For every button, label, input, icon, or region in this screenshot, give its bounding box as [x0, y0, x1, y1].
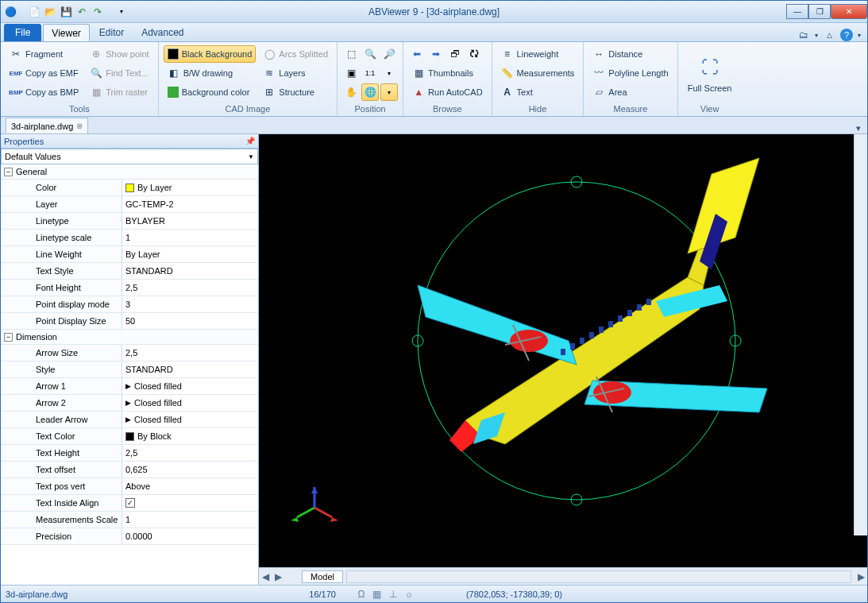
polyline-button[interactable]: 〰Polyline Length — [588, 64, 672, 82]
next-button[interactable]: ➡ — [427, 45, 445, 63]
maximize-button[interactable]: ❐ — [808, 4, 831, 19]
browse1-button[interactable]: 🗗 — [446, 45, 464, 63]
property-value[interactable]: STANDARD — [122, 263, 258, 279]
property-value[interactable]: 2,5 — [122, 345, 258, 361]
undo-icon[interactable]: ↶ — [75, 6, 88, 18]
help-button[interactable]: ? — [840, 29, 853, 41]
copy-bmp-button[interactable]: BMPCopy as BMP — [6, 83, 83, 101]
property-value[interactable]: By Layer — [122, 180, 258, 195]
property-value[interactable]: GC-TEMP-2 — [122, 196, 258, 212]
collapse-ribbon-icon[interactable]: △ — [823, 29, 835, 41]
redo-icon[interactable]: ↷ — [91, 6, 104, 18]
property-value[interactable]: Above — [122, 478, 258, 494]
zoom-in-button[interactable]: 🔍 — [361, 45, 379, 63]
model-tab[interactable]: Model — [302, 570, 343, 583]
pan-button[interactable]: ✋ — [342, 83, 360, 101]
save-icon[interactable]: 💾 — [60, 6, 72, 18]
orbit-button[interactable]: 🌐 — [361, 83, 379, 101]
property-value[interactable]: ▶Closed filled — [122, 412, 258, 427]
property-section[interactable]: −Dimension — [1, 330, 258, 345]
property-value[interactable]: 0.0000 — [122, 528, 258, 544]
horizontal-scrollbar[interactable] — [346, 570, 851, 583]
property-value[interactable]: 0,625 — [122, 462, 258, 477]
fit-icon: ▣ — [345, 67, 357, 79]
bg-color-button[interactable]: Background color — [164, 83, 257, 101]
one-to-one-icon: 1:1 — [364, 67, 376, 79]
document-tab-bar: 3d-airplane.dwg ⊗ ▾ — [1, 117, 867, 134]
bw-drawing-button[interactable]: ◧B/W drawing — [164, 64, 257, 82]
scroll-left-icon[interactable]: ◀ — [259, 570, 272, 583]
property-key: Text Style — [1, 263, 122, 279]
minimize-button[interactable]: — — [786, 4, 808, 19]
zoom-window-button[interactable]: ⬚ — [342, 45, 360, 63]
property-value[interactable]: 1 — [122, 230, 258, 245]
structure-button[interactable]: ⊞Structure — [259, 83, 332, 101]
orbit-dropdown-button[interactable]: ▾ — [380, 83, 398, 101]
autocad-button[interactable]: ▲Run AutoCAD — [408, 83, 486, 101]
arcs-button[interactable]: ◯Arcs Splitted — [259, 45, 332, 63]
qat-dropdown-icon[interactable]: ▾ — [115, 6, 128, 18]
checkbox[interactable]: ✓ — [125, 498, 135, 508]
tab-editor[interactable]: Editor — [91, 24, 132, 41]
scroll-end-icon[interactable]: ▶ — [854, 570, 867, 583]
tab-advanced[interactable]: Advanced — [133, 24, 191, 41]
property-value[interactable]: STANDARD — [122, 361, 258, 377]
property-value[interactable]: By Block — [122, 428, 258, 444]
vertical-scrollbar[interactable] — [854, 134, 867, 535]
file-tab[interactable]: File — [4, 24, 41, 41]
property-value[interactable]: 50 — [122, 313, 258, 329]
fragment-button[interactable]: ✂Fragment — [6, 45, 83, 63]
pin-icon[interactable]: 📌 — [245, 137, 255, 145]
lineweight-button[interactable]: ≡Lineweight — [497, 45, 579, 63]
polar-icon[interactable]: ☼ — [403, 588, 415, 601]
property-value[interactable]: By Layer — [122, 246, 258, 262]
new-icon[interactable]: 📄 — [28, 6, 41, 18]
distance-button[interactable]: ↔Distance — [588, 45, 672, 63]
properties-panel: Properties 📌 Default Values ▼ −GeneralCo… — [1, 134, 259, 585]
drawing-canvas[interactable] — [259, 134, 867, 567]
property-value[interactable]: 3 — [122, 296, 258, 312]
fullscreen-button[interactable]: ⛶ Full Screen — [681, 44, 739, 103]
show-point-button[interactable]: ⊕Show point — [86, 45, 152, 63]
property-value[interactable]: ▶Closed filled — [122, 395, 258, 411]
open-icon[interactable]: 📂 — [44, 6, 56, 18]
layers-button[interactable]: ≋Layers — [259, 64, 332, 82]
grid-icon[interactable]: ▦ — [371, 588, 384, 601]
copy-emf-button[interactable]: EMFCopy as EMF — [6, 64, 83, 82]
black-background-button[interactable]: Black Background — [164, 45, 257, 63]
property-key: Arrow 1 — [1, 378, 122, 394]
close-button[interactable]: ✕ — [831, 4, 867, 19]
trim-raster-button[interactable]: ▦Trim raster — [86, 83, 152, 101]
area-icon: ▱ — [592, 86, 605, 99]
real-size-button[interactable]: 1:1 — [361, 64, 379, 82]
fit-button[interactable]: ▣ — [342, 64, 360, 82]
property-value[interactable]: ▶Closed filled — [122, 378, 258, 394]
property-key: Linetype — [1, 213, 122, 229]
property-value[interactable]: BYLAYER — [122, 213, 258, 229]
property-value[interactable]: 1 — [122, 512, 258, 528]
ortho-icon[interactable]: ⊥ — [387, 588, 399, 601]
hide-text-button[interactable]: AText — [497, 83, 579, 101]
area-button[interactable]: ▱Area — [588, 83, 672, 101]
property-value[interactable]: 2,5 — [122, 445, 258, 461]
collapse-icon[interactable]: − — [4, 168, 13, 176]
document-tab[interactable]: 3d-airplane.dwg ⊗ — [6, 118, 88, 133]
styles-icon[interactable]: 🗂 — [797, 29, 810, 41]
tab-viewer[interactable]: Viewer — [43, 24, 89, 41]
property-value[interactable]: ✓ — [122, 495, 258, 511]
zoom-out-button[interactable]: 🔎 — [380, 45, 398, 63]
measurements-button[interactable]: 📏Measurements — [497, 64, 579, 82]
thumbnails-button[interactable]: ▦Thumbnails — [408, 64, 486, 82]
properties-selector[interactable]: Default Values ▼ — [1, 149, 258, 164]
tab-overflow-button[interactable]: ▾ — [850, 123, 867, 133]
zoom-dropdown-button[interactable]: ▾ — [380, 64, 398, 82]
prev-button[interactable]: ⬅ — [408, 45, 426, 63]
property-section[interactable]: −General — [1, 164, 258, 180]
browse2-button[interactable]: 🗘 — [465, 45, 483, 63]
scroll-right-icon[interactable]: ▶ — [272, 570, 284, 583]
close-tab-icon[interactable]: ⊗ — [76, 122, 83, 130]
find-text-button[interactable]: 🔍Find Text... — [86, 64, 152, 82]
collapse-icon[interactable]: − — [4, 333, 13, 342]
property-value[interactable]: 2,5 — [122, 280, 258, 296]
snap-icon[interactable]: Ω — [355, 588, 368, 601]
